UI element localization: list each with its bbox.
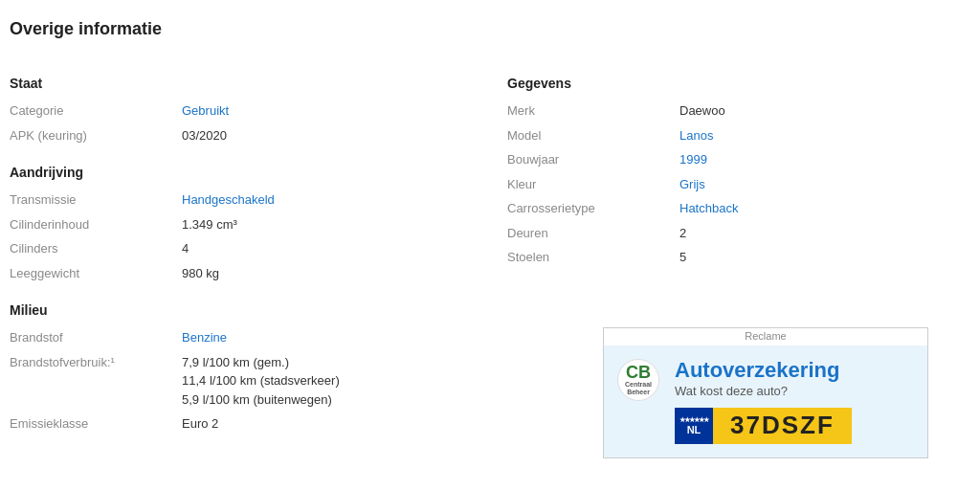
value-transmissie[interactable]: Handgeschakeld: [182, 190, 275, 210]
value-categorie[interactable]: Gebruikt: [182, 101, 229, 121]
section-aandrijving: Aandrijving: [10, 165, 469, 180]
row-bouwjaar: Bouwjaar 1999: [507, 147, 928, 172]
row-kleur: Kleur Grijs: [507, 172, 928, 197]
label-brandstof: Brandstof: [10, 328, 182, 347]
label-categorie: Categorie: [10, 101, 182, 121]
value-carrosserietype[interactable]: Hatchback: [679, 199, 738, 218]
brandstof-stads: 11,4 l/100 km (stadsverkeer): [182, 371, 340, 390]
ad-logo: CB Centraal Beheer: [617, 359, 663, 401]
value-cilinders: 4: [182, 239, 189, 258]
row-emissieklasse: Emissieklasse Euro 2: [10, 412, 469, 436]
right-column: Gegevens Merk Daewoo Model Lanos Bouwjaa…: [469, 58, 928, 458]
ad-logo-circle: CB Centraal Beheer: [617, 359, 659, 401]
row-model: Model Lanos: [507, 123, 928, 148]
value-emissieklasse: Euro 2: [182, 414, 218, 434]
eu-stars-icon: ★★★★★★: [679, 416, 708, 424]
value-brandstofverbruik: 7,9 l/100 km (gem.) 11,4 l/100 km (stads…: [182, 353, 340, 410]
row-apk: APK (keuring) 03/2020: [10, 123, 469, 148]
section-milieu: Milieu: [10, 302, 469, 318]
value-deuren: 2: [679, 224, 686, 243]
value-cilinderinhoud: 1.349 cm³: [182, 215, 237, 234]
label-stoelen: Stoelen: [507, 248, 679, 267]
value-bouwjaar[interactable]: 1999: [679, 150, 707, 169]
row-merk: Merk Daewoo: [507, 99, 928, 123]
nl-country-code: NL: [687, 424, 702, 435]
section-staat: Staat: [10, 76, 469, 91]
row-categorie: Categorie Gebruikt: [10, 99, 469, 123]
section-gegevens: Gegevens: [507, 76, 928, 91]
ad-inner: CB Centraal Beheer Autoverzekering Wat k…: [604, 345, 927, 457]
ad-plate-nl: ★★★★★★ NL: [675, 408, 713, 444]
value-apk: 03/2020: [182, 126, 227, 145]
ad-title: Autoverzekering: [675, 359, 912, 382]
ad-logo-text: CB Centraal Beheer: [625, 364, 652, 395]
label-kleur: Kleur: [507, 175, 679, 194]
label-cilinders: Cilinders: [10, 239, 182, 258]
label-merk: Merk: [507, 101, 679, 121]
label-apk: APK (keuring): [10, 126, 182, 145]
row-carrosserietype: Carrosserietype Hatchback: [507, 196, 928, 221]
ad-container[interactable]: Reclame CB Centraal Beheer Autoverzekeri…: [603, 327, 928, 458]
label-brandstofverbruik: Brandstofverbruik:¹: [10, 353, 182, 410]
ad-plate-row: ★★★★★★ NL 37DSZF: [675, 408, 912, 444]
label-transmissie: Transmissie: [10, 190, 182, 210]
ad-subtitle: Wat kost deze auto?: [675, 384, 912, 398]
left-column: Staat Categorie Gebruikt APK (keuring) 0…: [10, 58, 469, 458]
label-carrosserietype: Carrosserietype: [507, 199, 679, 218]
ad-logo-line1: Centraal: [625, 381, 652, 389]
label-deuren: Deuren: [507, 224, 679, 243]
page-title: Overige informatie: [10, 19, 970, 39]
ad-label: Reclame: [604, 328, 927, 344]
label-model: Model: [507, 126, 679, 145]
brandstof-buiten: 5,9 l/100 km (buitenwegen): [182, 390, 340, 410]
row-deuren: Deuren 2: [507, 221, 928, 246]
value-kleur[interactable]: Grijs: [679, 175, 705, 194]
ad-logo-line2: Beheer: [625, 389, 652, 396]
row-transmissie: Transmissie Handgeschakeld: [10, 188, 469, 212]
value-model[interactable]: Lanos: [679, 126, 713, 145]
row-brandstofverbruik: Brandstofverbruik:¹ 7,9 l/100 km (gem.) …: [10, 350, 469, 412]
row-cilinders: Cilinders 4: [10, 236, 469, 261]
value-leeggewicht: 980 kg: [182, 264, 219, 283]
row-cilinderinhoud: Cilinderinhoud 1.349 cm³: [10, 212, 469, 237]
row-stoelen: Stoelen 5: [507, 245, 928, 270]
value-merk: Daewoo: [679, 101, 725, 121]
label-emissieklasse: Emissieklasse: [10, 414, 182, 434]
row-brandstof: Brandstof Benzine: [10, 325, 469, 350]
value-stoelen: 5: [679, 248, 686, 267]
label-bouwjaar: Bouwjaar: [507, 150, 679, 169]
label-leeggewicht: Leeggewicht: [10, 264, 182, 283]
label-cilinderinhoud: Cilinderinhoud: [10, 215, 182, 234]
brandstof-gem: 7,9 l/100 km (gem.): [182, 353, 340, 372]
ad-text-block: Autoverzekering Wat kost deze auto? ★★★★…: [675, 359, 912, 444]
main-content: Staat Categorie Gebruikt APK (keuring) 0…: [10, 58, 970, 458]
ad-plate-number: 37DSZF: [713, 408, 852, 444]
value-brandstof[interactable]: Benzine: [182, 328, 227, 347]
row-leeggewicht: Leeggewicht 980 kg: [10, 261, 469, 286]
